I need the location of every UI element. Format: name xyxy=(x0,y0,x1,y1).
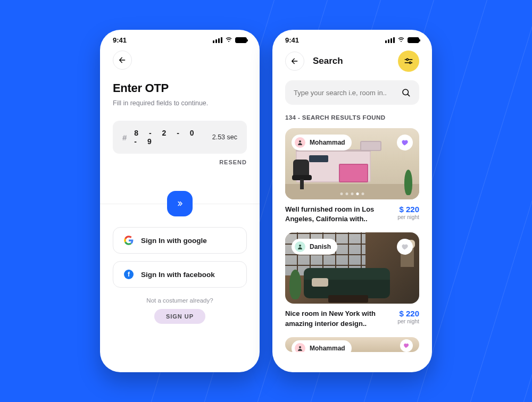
arrow-left-icon xyxy=(290,57,299,65)
status-icons xyxy=(385,37,419,43)
search-input[interactable] xyxy=(294,89,396,97)
listing-title: Nice room in New York with amazing inter… xyxy=(285,309,391,328)
facebook-icon: f xyxy=(124,270,134,279)
signal-icon xyxy=(385,37,395,43)
signup-button[interactable]: SIGN UP xyxy=(154,309,205,324)
host-pill[interactable]: Mohammad xyxy=(292,135,352,150)
facebook-signin-button[interactable]: f Sign In with facebook xyxy=(113,261,247,288)
host-name: Danish xyxy=(310,243,331,250)
host-pill[interactable]: Danish xyxy=(292,239,337,255)
status-bar: 9:41 xyxy=(100,30,260,47)
otp-input-box[interactable]: # 8 - 2 - 0 - 9 2.53 sec xyxy=(113,121,247,154)
arrow-left-icon xyxy=(118,56,127,64)
results-scroll[interactable]: Mohammad Well furnished room in Los Ange… xyxy=(272,128,432,372)
google-signin-button[interactable]: Sign In with google xyxy=(113,227,247,254)
host-avatar xyxy=(295,137,305,148)
listing-image[interactable]: Danish xyxy=(285,232,419,304)
facebook-signin-label: Sign In with facebook xyxy=(141,271,215,279)
listing-price-unit: per night xyxy=(397,318,419,324)
signal-icon xyxy=(213,37,222,43)
battery-icon xyxy=(408,37,419,43)
wifi-icon xyxy=(397,37,405,43)
listing-card[interactable]: Mohammad Well furnished room in Los Ange… xyxy=(285,128,419,224)
svg-point-6 xyxy=(299,140,301,143)
status-time: 9:41 xyxy=(113,36,127,44)
svg-point-3 xyxy=(409,62,411,63)
chevron-double-right-icon xyxy=(175,200,185,207)
host-name: Mohammad xyxy=(310,345,345,352)
search-icon xyxy=(401,88,411,97)
svg-point-8 xyxy=(299,346,301,348)
search-input-box[interactable] xyxy=(285,80,419,105)
svg-line-5 xyxy=(408,94,409,96)
person-icon xyxy=(297,139,303,146)
back-button[interactable] xyxy=(113,51,132,70)
signup-note: Not a costumer already? xyxy=(113,297,247,304)
phone-search-screen: 9:41 Search 134 - SEARCH RESULTS FOUND xyxy=(272,30,432,372)
heart-icon xyxy=(403,342,410,349)
svg-point-7 xyxy=(299,245,301,247)
page-subtitle: Fill in required fields to continue. xyxy=(113,99,247,107)
page-title: Enter OTP xyxy=(113,81,247,95)
otp-timer: 2.53 sec xyxy=(212,133,237,141)
host-avatar xyxy=(295,241,305,252)
listing-card[interactable]: Danish Nice room in New York with amazin… xyxy=(285,232,419,328)
status-icons xyxy=(213,37,247,43)
back-button[interactable] xyxy=(285,52,304,71)
listing-image[interactable]: Mohammad xyxy=(285,337,419,352)
google-icon xyxy=(124,236,134,245)
heart-icon xyxy=(401,243,409,251)
listing-title: Well furnished room in Los Angeles, Cali… xyxy=(285,205,391,224)
favorite-button[interactable] xyxy=(397,135,413,150)
listing-card[interactable]: Mohammad xyxy=(285,337,419,352)
svg-point-2 xyxy=(406,58,408,60)
heart-icon xyxy=(401,139,409,147)
host-pill[interactable]: Mohammad xyxy=(292,340,352,352)
hash-icon: # xyxy=(122,133,127,142)
image-pagination-dots[interactable] xyxy=(340,192,364,195)
google-signin-label: Sign In with google xyxy=(141,237,207,245)
status-bar: 9:41 xyxy=(272,30,432,47)
battery-icon xyxy=(235,37,247,43)
wifi-icon xyxy=(225,37,232,43)
results-count-heading: 134 - SEARCH RESULTS FOUND xyxy=(285,114,419,121)
person-icon xyxy=(297,345,303,351)
otp-digits: 8 - 2 - 0 - 9 xyxy=(134,129,204,146)
sliders-icon xyxy=(404,56,413,66)
submit-button[interactable] xyxy=(167,191,193,216)
host-name: Mohammad xyxy=(310,139,345,146)
listing-price: $ 220 xyxy=(397,205,419,214)
resend-button[interactable]: RESEND xyxy=(219,159,247,165)
listing-price-unit: per night xyxy=(397,214,419,220)
listing-price: $ 220 xyxy=(397,309,419,318)
status-time: 9:41 xyxy=(285,36,299,44)
filter-button[interactable] xyxy=(398,51,419,72)
page-title: Search xyxy=(313,56,389,66)
person-icon xyxy=(297,244,303,250)
listing-image[interactable]: Mohammad xyxy=(285,128,419,199)
favorite-button[interactable] xyxy=(400,339,413,352)
host-avatar xyxy=(295,343,305,352)
phone-otp-screen: 9:41 Enter OTP Fill in required fields t… xyxy=(100,30,260,372)
